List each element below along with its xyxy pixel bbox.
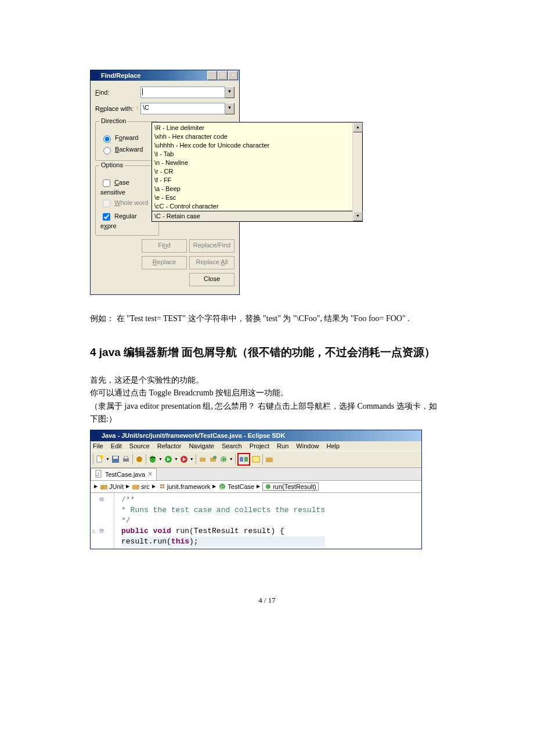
svg-text:J: J [101, 485, 103, 490]
breadcrumb-src[interactable]: src [132, 483, 150, 490]
case-sensitive-check[interactable]: Case sensitive [100, 178, 154, 196]
toggle-breadcrumb-icon[interactable] [239, 455, 248, 464]
menu-search[interactable]: Search [222, 442, 242, 449]
dropdown-arrow[interactable]: ▼ [158, 457, 163, 461]
chevron-right-icon[interactable]: ▶ [126, 484, 129, 489]
tooltip-item[interactable]: \t - Tab [154, 150, 360, 159]
eclipse-titlebar[interactable]: Java - JUnit/src/junit/framework/TestCas… [91, 430, 421, 441]
eclipse-window: Java - JUnit/src/junit/framework/TestCas… [90, 430, 422, 549]
minimize-button[interactable]: _ [207, 71, 217, 80]
svg-text:C: C [221, 456, 225, 463]
code-comment: */ [121, 516, 131, 525]
code-text: run(TestResult result) { [171, 527, 284, 535]
new-class-icon[interactable] [208, 455, 218, 464]
tooltip-item[interactable]: \cC - Control character [154, 202, 360, 211]
chevron-right-icon[interactable]: ▶ [94, 484, 98, 489]
svg-rect-19 [244, 457, 248, 462]
close-button[interactable]: × [228, 71, 238, 80]
run-icon[interactable] [164, 455, 173, 464]
dropdown-arrow[interactable]: ▼ [190, 457, 194, 461]
tab-close-icon[interactable]: ✕ [147, 470, 153, 478]
eclipse-title: Java - JUnit/src/junit/framework/TestCas… [102, 432, 285, 439]
code-editor[interactable]: ⊟ △ ⊟ /** * Runs the test case and colle… [91, 493, 421, 549]
tooltip-item[interactable]: \n - Newline [154, 159, 360, 167]
menu-source[interactable]: Source [129, 442, 150, 449]
chevron-right-icon[interactable]: ▶ [257, 484, 260, 489]
new-icon[interactable] [95, 455, 104, 464]
breadcrumb-project[interactable]: JJUnit [100, 483, 124, 490]
menu-edit[interactable]: Edit [111, 442, 122, 449]
dropdown-arrow[interactable]: ▼ [174, 457, 178, 461]
regex-check[interactable]: Regular expre [100, 211, 154, 229]
debug-icon[interactable] [148, 455, 157, 464]
fold-minus-icon[interactable]: ⊟ [100, 496, 103, 503]
tooltip-item[interactable]: \e - Esc [154, 193, 360, 202]
replace-dropdown-button[interactable]: ▼ [225, 103, 234, 114]
eclipse-icon [92, 72, 99, 80]
code-comment: * Runs the test case and collects the re… [121, 506, 325, 514]
menu-refactor[interactable]: Refactor [157, 442, 182, 449]
chevron-right-icon[interactable]: ▶ [152, 484, 156, 489]
replace-find-button[interactable]: Replace/Find [189, 239, 234, 253]
tooltip-item[interactable]: \xhh - Hex character code [154, 132, 360, 141]
eclipse-toolbar: ▼ ▼ ▼ ▼ C▼ [91, 451, 421, 468]
tooltip-item-selected[interactable]: \C - Retain case [152, 211, 362, 222]
editor-tab[interactable]: J TestCase.java ✕ [91, 468, 157, 480]
override-icon: △ [92, 527, 95, 534]
mark-occurrences-icon[interactable] [251, 455, 261, 464]
tooltip-item[interactable]: \f - FF [154, 176, 360, 185]
menu-help[interactable]: Help [327, 442, 340, 449]
new-package-icon[interactable] [198, 455, 207, 464]
svg-rect-29 [160, 487, 162, 488]
menu-file[interactable]: File [93, 442, 103, 449]
tooltip-item[interactable]: \r - CR [154, 167, 360, 176]
menu-navigate[interactable]: Navigate [189, 442, 214, 449]
eclipse-menubar: File Edit Source Refactor Navigate Searc… [91, 441, 421, 451]
editor-tabs: J TestCase.java ✕ [91, 468, 421, 481]
svg-text:J: J [96, 471, 99, 477]
find-dropdown-button[interactable]: ▼ [225, 87, 234, 98]
scroll-down-button[interactable]: ▼ [353, 211, 363, 221]
tab-label: TestCase.java [105, 471, 145, 478]
find-input[interactable] [140, 87, 225, 98]
dropdown-arrow[interactable]: ▼ [229, 457, 233, 461]
breadcrumb-package[interactable]: junit.framework [158, 483, 211, 490]
build-icon[interactable] [135, 455, 144, 464]
svg-rect-30 [163, 487, 164, 488]
tooltip-item[interactable]: \R - Line delimiter [154, 124, 360, 132]
menu-window[interactable]: Window [296, 442, 319, 449]
dialog-titlebar[interactable]: Find/Replace _ □ × [91, 70, 239, 81]
replace-all-button[interactable]: Replace All [189, 256, 234, 269]
replace-button[interactable]: Replace [142, 256, 187, 269]
svg-text:C: C [221, 485, 224, 490]
tooltip-scrollbar[interactable]: ▲ ▼ [352, 123, 362, 221]
breadcrumb-method[interactable]: run(TestResult) [262, 483, 319, 491]
menu-run[interactable]: Run [277, 442, 288, 449]
menu-project[interactable]: Project [250, 442, 269, 449]
tooltip-item[interactable]: \a - Beep [154, 185, 360, 193]
completion-popup[interactable]: \R - Line delimiter \xhh - Hex character… [151, 122, 363, 222]
find-button[interactable]: Find [142, 239, 187, 253]
direction-label: Direction [99, 117, 128, 124]
backward-radio[interactable]: Backward [100, 145, 154, 154]
svg-rect-18 [240, 457, 243, 462]
scroll-up-button[interactable]: ▲ [353, 123, 363, 132]
maximize-button[interactable]: □ [218, 71, 228, 80]
run-last-icon[interactable] [179, 455, 189, 464]
fold-minus-icon[interactable]: ⊟ [100, 527, 103, 534]
close-dialog-button[interactable]: Close [189, 273, 234, 286]
example-text: 例如： 在 "Test test= TEST" 这个字符串中，替换 "test"… [90, 312, 444, 325]
forward-radio[interactable]: Forward [100, 134, 154, 143]
replace-input[interactable]: ♀ \C [140, 103, 225, 114]
java-file-icon: J [95, 470, 103, 479]
folder-icon[interactable] [265, 455, 274, 464]
open-type-icon[interactable]: C [219, 455, 228, 464]
tooltip-item[interactable]: \uhhhh - Hex code for Unicode character [154, 141, 360, 150]
options-label: Options [99, 161, 125, 168]
save-icon[interactable] [111, 455, 120, 464]
print-icon[interactable] [121, 455, 131, 464]
breadcrumb-class[interactable]: CTestCase [218, 483, 254, 490]
whole-word-check[interactable]: Whole word [100, 198, 154, 209]
dropdown-arrow[interactable]: ▼ [106, 457, 110, 461]
chevron-right-icon[interactable]: ▶ [212, 484, 216, 489]
